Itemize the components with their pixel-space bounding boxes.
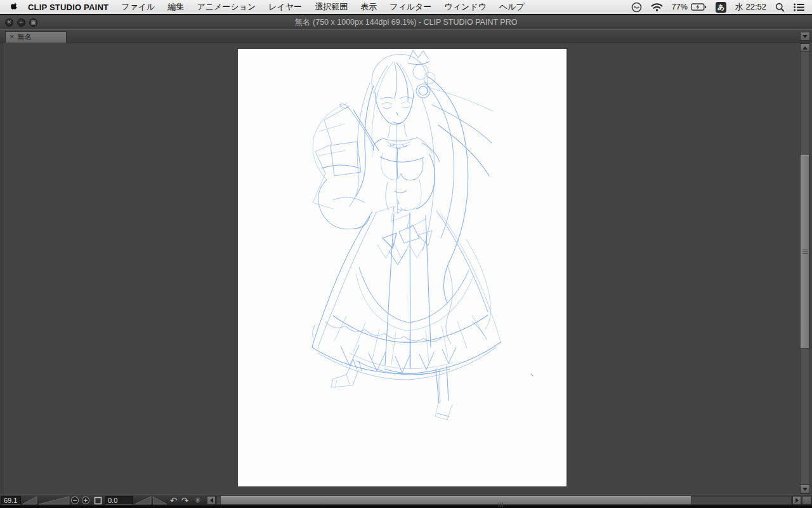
reset-rotation-button[interactable]: ✳ — [193, 496, 202, 505]
rotation-slider-wedge-up[interactable] — [134, 496, 152, 505]
menu-bar-clock[interactable]: 水 22:52 — [735, 1, 766, 13]
zoom-slider-wedge-small[interactable] — [22, 496, 37, 505]
spotlight-search-icon[interactable] — [775, 3, 785, 12]
menu-help[interactable]: ヘルプ — [493, 1, 531, 13]
status-bar: 69.1 0.0 — [0, 494, 812, 505]
viewport-left-edge — [0, 43, 4, 494]
canvas-viewport[interactable] — [0, 42, 812, 494]
menu-animation[interactable]: アニメーション — [190, 1, 262, 13]
menu-file[interactable]: ファイル — [115, 1, 161, 13]
fit-to-screen-button[interactable] — [93, 496, 103, 505]
menu-window[interactable]: ウィンドウ — [438, 1, 493, 13]
tab-label: 無名 — [18, 32, 32, 42]
scroll-left-button[interactable] — [207, 496, 216, 505]
apple-logo-icon — [10, 2, 20, 12]
zoom-slider-wedge[interactable] — [39, 496, 70, 505]
wifi-icon[interactable] — [651, 3, 663, 12]
document-window-title-bar[interactable]: ✕ − ▣ 無名 (750 x 1000px 144dpi 69.1%) - C… — [0, 14, 812, 29]
rotation-value-field[interactable]: 0.0 — [105, 496, 133, 505]
clip-studio-paint-window: CLIP STUDIO PAINT ファイル 編集 アニメーション レイヤー 選… — [0, 0, 812, 508]
vertical-scrollbar[interactable] — [800, 43, 811, 494]
ime-input-source-icon[interactable]: あ — [716, 2, 726, 13]
window-title: 無名 (750 x 1000px 144dpi 69.1%) - CLIP ST… — [0, 17, 812, 28]
active-app-name[interactable]: CLIP STUDIO PAINT — [22, 3, 115, 12]
macos-menu-bar: CLIP STUDIO PAINT ファイル 編集 アニメーション レイヤー 選… — [0, 0, 812, 14]
menu-layer[interactable]: レイヤー — [262, 1, 308, 13]
arrow-left-icon — [210, 498, 213, 503]
battery-charging-icon — [691, 3, 707, 11]
sketch-svg — [238, 49, 566, 486]
arrow-right-icon — [796, 498, 799, 503]
tab-list-dropdown-button[interactable] — [800, 32, 810, 41]
arrow-up-icon — [802, 46, 808, 50]
vertical-scrollbar-thumb[interactable] — [801, 155, 809, 349]
menu-selection[interactable]: 選択範囲 — [308, 1, 354, 13]
tab-untitled-document[interactable]: ✕ 無名 — [5, 31, 67, 43]
notification-center-icon[interactable] — [794, 3, 804, 11]
creative-cloud-icon[interactable] — [631, 2, 642, 13]
scroll-down-button[interactable] — [800, 485, 810, 493]
battery-percent-label: 77% — [672, 3, 688, 11]
rotate-cw-button[interactable]: ↷ — [180, 496, 190, 505]
menu-filter[interactable]: フィルター — [383, 1, 438, 13]
battery-status[interactable]: 77% — [672, 3, 707, 11]
zoom-in-button[interactable] — [81, 496, 90, 505]
arrow-down-icon — [802, 488, 808, 491]
scrollbar-corner — [802, 496, 811, 505]
tab-close-icon[interactable]: ✕ — [10, 34, 15, 40]
horizontal-scrollbar-thumb[interactable] — [220, 496, 691, 505]
window-bottom-edge — [0, 505, 812, 508]
document-tab-bar: ✕ 無名 — [0, 29, 812, 42]
menu-edit[interactable]: 編集 — [161, 1, 190, 13]
zoom-value-field[interactable]: 69.1 — [1, 496, 21, 505]
zoom-out-button[interactable] — [70, 496, 79, 505]
apple-menu-icon[interactable] — [8, 2, 22, 12]
scroll-right-button[interactable] — [792, 496, 801, 505]
rotation-slider-wedge-down[interactable] — [153, 496, 167, 505]
rotate-ccw-button[interactable]: ↶ — [169, 496, 178, 505]
scroll-up-button[interactable] — [800, 43, 810, 52]
chevron-down-icon — [802, 35, 808, 38]
canvas-document[interactable] — [238, 49, 566, 486]
menu-view[interactable]: 表示 — [354, 1, 383, 13]
